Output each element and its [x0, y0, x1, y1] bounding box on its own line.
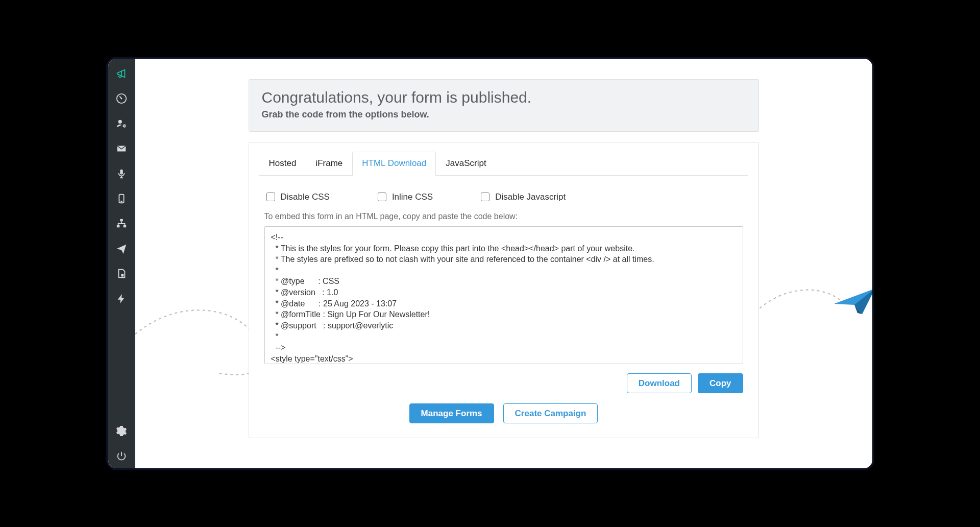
svg-point-6	[121, 201, 122, 202]
code-actions: Download Copy	[259, 366, 748, 393]
send-icon	[116, 243, 127, 254]
svg-point-10	[121, 274, 124, 277]
svg-point-3	[124, 125, 126, 127]
option-inline-css-label: Inline CSS	[392, 192, 433, 202]
manage-forms-button[interactable]: Manage Forms	[409, 403, 494, 423]
svg-rect-7	[120, 219, 123, 221]
sidebar	[108, 59, 135, 468]
checkbox-inline-css[interactable]	[378, 193, 386, 201]
svg-point-2	[118, 119, 122, 123]
sidebar-item-send[interactable]	[108, 236, 135, 261]
user-cog-icon	[116, 118, 127, 129]
app-window: Congratulations, your form is published.…	[106, 57, 874, 470]
tab-iframe[interactable]: iFrame	[306, 152, 352, 176]
footer-actions: Manage Forms Create Campaign	[259, 393, 748, 423]
dashboard-icon	[116, 93, 127, 104]
embed-instruction: To embed this form in an HTML page, copy…	[259, 212, 748, 226]
tab-javascript[interactable]: JavaScript	[436, 152, 496, 176]
svg-rect-8	[117, 225, 120, 227]
option-inline-css[interactable]: Inline CSS	[376, 191, 433, 203]
embed-code-textarea[interactable]	[264, 226, 743, 364]
options-row: Disable CSS Inline CSS Disable Javascrip…	[259, 176, 748, 212]
sidebar-item-mobile[interactable]	[108, 186, 135, 211]
content-scroll[interactable]: Congratulations, your form is published.…	[135, 59, 872, 468]
option-disable-css-label: Disable CSS	[281, 192, 330, 202]
download-button[interactable]: Download	[627, 373, 692, 393]
sidebar-item-messages[interactable]	[108, 136, 135, 161]
sidebar-item-voice[interactable]	[108, 161, 135, 186]
tab-hosted[interactable]: Hosted	[259, 152, 306, 176]
mail-icon	[116, 143, 127, 154]
sitemap-icon	[116, 218, 127, 229]
banner-title: Congratulations, your form is published.	[262, 89, 746, 106]
sidebar-item-transactional[interactable]	[108, 286, 135, 311]
bolt-icon	[116, 293, 127, 304]
copy-button[interactable]: Copy	[698, 373, 743, 393]
checkbox-disable-css[interactable]	[266, 193, 275, 201]
gear-icon	[116, 425, 127, 437]
svg-rect-4	[120, 169, 123, 174]
power-icon	[116, 450, 127, 462]
tab-html-download[interactable]: HTML Download	[352, 152, 436, 176]
mic-icon	[116, 168, 127, 179]
checkbox-disable-js[interactable]	[481, 193, 489, 201]
main-area: Congratulations, your form is published.…	[135, 59, 872, 468]
svg-rect-9	[124, 225, 127, 227]
banner-subtitle: Grab the code from the options below.	[262, 109, 746, 120]
sidebar-item-campaigns[interactable]	[108, 61, 135, 86]
banner: Congratulations, your form is published.…	[249, 79, 759, 132]
option-disable-js-label: Disable Javascript	[495, 192, 566, 202]
form-code-card: Hosted iFrame HTML Download JavaScript D…	[249, 142, 759, 438]
svg-point-1	[121, 98, 122, 99]
option-disable-css[interactable]: Disable CSS	[264, 191, 330, 203]
option-disable-js[interactable]: Disable Javascript	[479, 191, 566, 203]
mobile-icon	[116, 193, 127, 204]
sidebar-item-automation[interactable]	[108, 211, 135, 236]
tabs: Hosted iFrame HTML Download JavaScript	[259, 142, 748, 176]
megaphone-icon	[116, 68, 127, 79]
certificate-icon	[116, 268, 127, 279]
sidebar-item-settings[interactable]	[108, 418, 135, 443]
create-campaign-button[interactable]: Create Campaign	[503, 403, 598, 423]
sidebar-item-dashboard[interactable]	[108, 86, 135, 111]
sidebar-item-contacts[interactable]	[108, 111, 135, 136]
sidebar-item-logout[interactable]	[108, 443, 135, 468]
sidebar-item-landing[interactable]	[108, 261, 135, 286]
